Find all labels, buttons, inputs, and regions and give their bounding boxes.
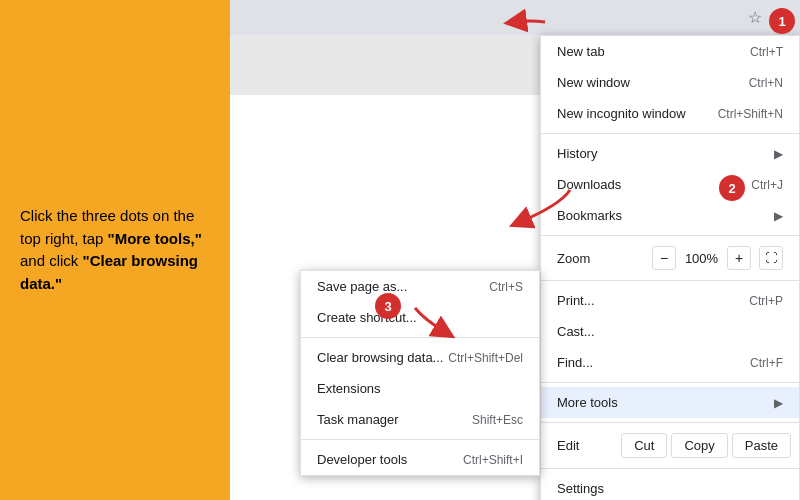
- menu-item-history[interactable]: History ▶: [541, 138, 799, 169]
- menu-item-new-window[interactable]: New window Ctrl+N: [541, 67, 799, 98]
- zoom-value: 100%: [684, 251, 719, 266]
- menu-item-new-tab[interactable]: New tab Ctrl+T: [541, 36, 799, 67]
- menu-item-edit: Edit Cut Copy Paste: [541, 427, 799, 464]
- star-icon[interactable]: ☆: [748, 8, 762, 27]
- submenu-label-devtools: Developer tools: [317, 452, 407, 467]
- instruction-text: Click the three dots on the top right, t…: [20, 205, 210, 295]
- submenu-shortcut-devtools: Ctrl+Shift+I: [463, 453, 523, 467]
- menu-item-find[interactable]: Find... Ctrl+F: [541, 347, 799, 378]
- edit-label: Edit: [549, 438, 617, 453]
- zoom-minus-button[interactable]: −: [652, 246, 676, 270]
- menu-shortcut-print: Ctrl+P: [749, 294, 783, 308]
- submenu-shortcut-clear-browsing: Ctrl+Shift+Del: [448, 351, 523, 365]
- submenu-label-task-manager: Task manager: [317, 412, 399, 427]
- menu-separator-2: [541, 235, 799, 236]
- menu-label-cast: Cast...: [557, 324, 595, 339]
- submenu-label-clear-browsing: Clear browsing data...: [317, 350, 443, 365]
- step-2-circle: 2: [719, 175, 745, 201]
- menu-item-print[interactable]: Print... Ctrl+P: [541, 285, 799, 316]
- paste-button[interactable]: Paste: [732, 433, 791, 458]
- submenu-item-devtools[interactable]: Developer tools Ctrl+Shift+I: [301, 444, 539, 475]
- menu-item-downloads[interactable]: Downloads Ctrl+J: [541, 169, 799, 200]
- menu-label-bookmarks: Bookmarks: [557, 208, 622, 223]
- zoom-plus-button[interactable]: +: [727, 246, 751, 270]
- menu-item-zoom[interactable]: Zoom − 100% + ⛶: [541, 240, 799, 276]
- menu-separator-5: [541, 422, 799, 423]
- submenu-item-clear-browsing[interactable]: Clear browsing data... Ctrl+Shift+Del: [301, 342, 539, 373]
- submenu-shortcut-task-manager: Shift+Esc: [472, 413, 523, 427]
- menu-shortcut-new-tab: Ctrl+T: [750, 45, 783, 59]
- menu-shortcut-new-incognito: Ctrl+Shift+N: [718, 107, 783, 121]
- submenu-label-save-page: Save page as...: [317, 279, 407, 294]
- submenu-shortcut-save-page: Ctrl+S: [489, 280, 523, 294]
- submenu-item-save-page[interactable]: Save page as... Ctrl+S: [301, 271, 539, 302]
- menu-item-new-incognito[interactable]: New incognito window Ctrl+Shift+N: [541, 98, 799, 129]
- zoom-label: Zoom: [557, 251, 644, 266]
- submenu-label-extensions: Extensions: [317, 381, 381, 396]
- submenu-label-create-shortcut: Create shortcut...: [317, 310, 417, 325]
- menu-label-history: History: [557, 146, 597, 161]
- chrome-main-menu: New tab Ctrl+T New window Ctrl+N New inc…: [540, 35, 800, 500]
- browser-topbar: ☆ ⋮: [230, 0, 800, 35]
- submenu-item-extensions[interactable]: Extensions: [301, 373, 539, 404]
- menu-label-downloads: Downloads: [557, 177, 621, 192]
- browser-area: ☆ ⋮ New tab Ctrl+T New window Ctrl+N New…: [230, 0, 800, 500]
- menu-item-bookmarks[interactable]: Bookmarks ▶: [541, 200, 799, 231]
- instruction-panel: Click the three dots on the top right, t…: [0, 0, 230, 500]
- copy-button[interactable]: Copy: [671, 433, 727, 458]
- menu-label-new-tab: New tab: [557, 44, 605, 59]
- submenu-item-create-shortcut[interactable]: Create shortcut...: [301, 302, 539, 333]
- menu-item-settings[interactable]: Settings: [541, 473, 799, 500]
- menu-arrow-more-tools: ▶: [774, 396, 783, 410]
- menu-label-print: Print...: [557, 293, 595, 308]
- step-3-circle: 3: [375, 293, 401, 319]
- menu-label-settings: Settings: [557, 481, 604, 496]
- menu-label-new-window: New window: [557, 75, 630, 90]
- step-1-circle: 1: [769, 8, 795, 34]
- menu-separator-1: [541, 133, 799, 134]
- menu-shortcut-new-window: Ctrl+N: [749, 76, 783, 90]
- menu-label-find: Find...: [557, 355, 593, 370]
- more-tools-submenu: Save page as... Ctrl+S Create shortcut..…: [300, 270, 540, 476]
- menu-label-new-incognito: New incognito window: [557, 106, 686, 121]
- menu-arrow-history: ▶: [774, 147, 783, 161]
- menu-arrow-bookmarks: ▶: [774, 209, 783, 223]
- menu-separator-6: [541, 468, 799, 469]
- zoom-fullscreen-button[interactable]: ⛶: [759, 246, 783, 270]
- menu-label-more-tools: More tools: [557, 395, 618, 410]
- submenu-separator-1: [301, 337, 539, 338]
- submenu-separator-2: [301, 439, 539, 440]
- menu-separator-4: [541, 382, 799, 383]
- menu-item-cast[interactable]: Cast...: [541, 316, 799, 347]
- menu-shortcut-find: Ctrl+F: [750, 356, 783, 370]
- menu-item-more-tools[interactable]: More tools ▶: [541, 387, 799, 418]
- menu-separator-3: [541, 280, 799, 281]
- submenu-item-task-manager[interactable]: Task manager Shift+Esc: [301, 404, 539, 435]
- menu-shortcut-downloads: Ctrl+J: [751, 178, 783, 192]
- cut-button[interactable]: Cut: [621, 433, 667, 458]
